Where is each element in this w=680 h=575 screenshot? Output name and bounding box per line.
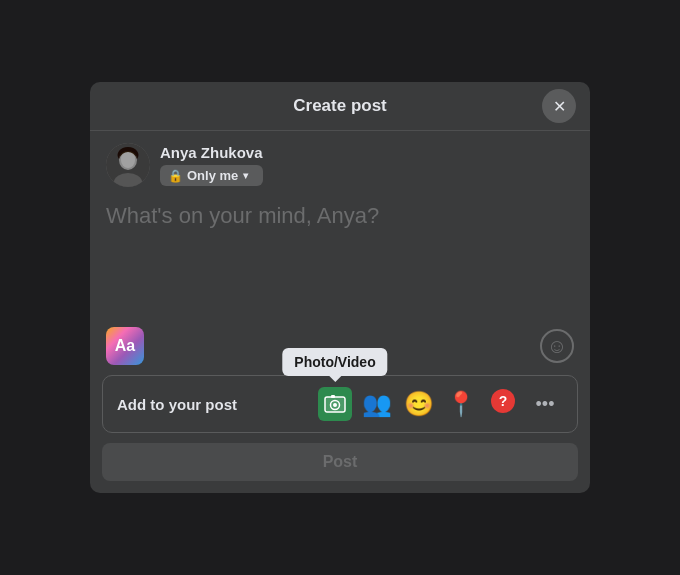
tag-people-icon: 👥: [362, 390, 392, 418]
emoji-icon: ☺: [547, 335, 567, 358]
post-text-input[interactable]: [90, 195, 590, 315]
add-to-post-bar: Add to your post Photo/Video: [102, 375, 578, 433]
photo-video-button[interactable]: [317, 386, 353, 422]
photo-video-wrapper: Photo/Video: [317, 386, 353, 422]
add-to-post-label: Add to your post: [117, 396, 237, 413]
avatar: [106, 143, 150, 187]
post-button[interactable]: Post: [102, 443, 578, 481]
user-name: Anya Zhukova: [160, 144, 263, 161]
user-area: Anya Zhukova 🔒 Only me ▾: [90, 131, 590, 195]
location-button[interactable]: 📍: [443, 386, 479, 422]
svg-text:?: ?: [499, 393, 508, 409]
close-button[interactable]: ✕: [542, 89, 576, 123]
more-options-button[interactable]: •••: [527, 386, 563, 422]
svg-point-8: [333, 403, 337, 407]
bottom-icons-row: Aa ☺: [90, 319, 590, 371]
svg-point-4: [121, 152, 135, 168]
text-format-button[interactable]: Aa: [106, 327, 144, 365]
post-button-wrapper: Post: [90, 443, 590, 493]
svg-rect-9: [331, 395, 335, 398]
photo-icon-bg: [318, 387, 352, 421]
privacy-label: Only me: [187, 168, 238, 183]
feeling-icon: 😊: [404, 390, 434, 418]
location-icon: 📍: [446, 390, 476, 418]
feeling-button[interactable]: 😊: [401, 386, 437, 422]
tag-people-button[interactable]: 👥: [359, 386, 395, 422]
user-info: Anya Zhukova 🔒 Only me ▾: [160, 144, 263, 186]
modal-header: Create post ✕: [90, 82, 590, 131]
post-icons: Photo/Video 👥: [317, 386, 563, 422]
create-post-modal: Create post ✕ Anya Zhukova 🔒 Only me: [90, 82, 590, 493]
modal-title: Create post: [293, 96, 387, 116]
lock-icon: 🔒: [168, 169, 183, 183]
more-options-icon: •••: [536, 394, 555, 415]
chevron-down-icon: ▾: [243, 170, 248, 181]
privacy-selector[interactable]: 🔒 Only me ▾: [160, 165, 263, 186]
emoji-button[interactable]: ☺: [540, 329, 574, 363]
question-icon: ?: [490, 388, 516, 420]
text-format-label: Aa: [115, 337, 135, 355]
question-button[interactable]: ?: [485, 386, 521, 422]
